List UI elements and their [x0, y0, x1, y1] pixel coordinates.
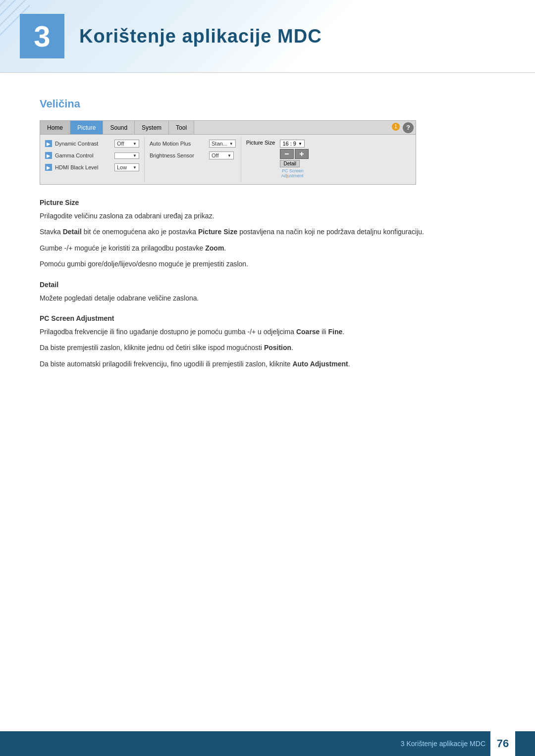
footer-text: 3 Korištenje aplikacije MDC — [401, 740, 485, 748]
dynamic-contrast-label: Dynamic Contrast — [55, 141, 114, 147]
gamma-label: Gamma Control — [55, 152, 114, 158]
para2-mid: bit će onemogućena ako je postavka — [82, 228, 198, 236]
brightness-label: Brightness Sensor — [150, 152, 209, 158]
para6-prefix: Prilagodba frekvencije ili fino ugađanje… — [40, 328, 296, 336]
zoom-plus-btn[interactable] — [295, 149, 309, 159]
para-4: Pomoću gumbi gore/dolje/lijevo/desno mog… — [40, 258, 495, 269]
hdmi-value[interactable]: Low ▼ — [114, 163, 139, 171]
para-5: Možete pogledati detalje odabrane veliči… — [40, 293, 495, 303]
badge-1: 1 — [392, 123, 400, 131]
mockup-col-left: ▶ Dynamic Contrast Off ▼ ▶ Gamma Control… — [40, 137, 144, 182]
mockup-col-right: Picture Size 16 : 9 ▼ — [241, 137, 314, 182]
auto-motion-value[interactable]: Stan... ▼ — [209, 140, 236, 148]
page-footer: 3 Korištenje aplikacije MDC 76 — [0, 731, 535, 756]
tab-system[interactable]: System — [135, 121, 169, 134]
mockup-col-mid: Auto Motion Plus Stan... ▼ Brightness Se… — [144, 137, 241, 182]
para7-suffix: . — [291, 344, 293, 352]
para-2: Stavka Detail bit će onemogućena ako je … — [40, 226, 495, 237]
brightness-value[interactable]: Off ▼ — [209, 151, 234, 159]
para7-prefix: Da biste premjestili zaslon, kliknite je… — [40, 344, 264, 352]
para3-bold: Zoom — [205, 244, 224, 252]
zoom-minus-btn[interactable] — [280, 149, 294, 159]
row-arrow-1[interactable]: ▶ — [45, 140, 52, 147]
chapter-header: 3 Korištenje aplikacije MDC — [0, 0, 535, 73]
auto-motion-label: Auto Motion Plus — [150, 141, 209, 147]
mockup-body: ▶ Dynamic Contrast Off ▼ ▶ Gamma Control… — [40, 135, 416, 184]
chapter-title: Korištenje aplikacije MDC — [79, 26, 322, 47]
decorative-lines — [0, 0, 30, 72]
para8-bold: Auto Adjustment — [292, 360, 348, 368]
para2-suffix: postavljena na način koji ne podržava de… — [237, 228, 424, 236]
picture-size-value[interactable]: 16 : 9 ▼ — [280, 140, 304, 148]
help-icon[interactable]: ? — [403, 122, 414, 133]
pc-screen-label: PC Screen Adjustment — [280, 167, 304, 179]
page-number: 76 — [490, 731, 515, 756]
para7-bold: Position — [264, 344, 291, 352]
para6-mid: ili — [320, 328, 328, 336]
para6-suffix: . — [342, 328, 344, 336]
detail-button[interactable]: Detail — [280, 160, 300, 167]
mockup-row-auto-motion: Auto Motion Plus Stan... ▼ — [148, 138, 238, 150]
row-arrow-2[interactable]: ▶ — [45, 152, 52, 159]
para-7: Da biste premjestili zaslon, kliknite je… — [40, 342, 495, 353]
subheading-detail: Detail — [40, 281, 495, 289]
para8-prefix: Da biste automatski prilagodili frekvenc… — [40, 360, 292, 368]
para-1: Prilagodite veličinu zaslona za odabrani… — [40, 210, 495, 221]
mockup-row-dynamic-contrast: ▶ Dynamic Contrast Off ▼ — [43, 138, 141, 150]
gamma-value[interactable]: ▼ — [114, 152, 139, 159]
subheading-pc-screen: PC Screen Adjustment — [40, 314, 495, 322]
mockup-row-gamma: ▶ Gamma Control ▼ — [43, 150, 141, 161]
ui-mockup: Home Picture Sound System Tool 1 ? ▶ Dyn… — [40, 120, 416, 185]
para6-bold2: Fine — [328, 328, 343, 336]
mockup-row-hdmi: ▶ HDMI Black Level Low ▼ — [43, 161, 141, 173]
mockup-row-empty — [148, 161, 238, 173]
hdmi-label: HDMI Black Level — [55, 164, 114, 170]
tab-picture[interactable]: Picture — [70, 121, 103, 134]
mockup-navbar: Home Picture Sound System Tool 1 ? — [40, 121, 416, 135]
tab-tool[interactable]: Tool — [169, 121, 194, 134]
section-title: Veličina — [40, 98, 495, 110]
row-arrow-3[interactable]: ▶ — [45, 164, 52, 171]
para6-bold1: Coarse — [296, 328, 320, 336]
picture-size-area: Picture Size 16 : 9 ▼ — [244, 138, 311, 181]
tab-home[interactable]: Home — [40, 121, 70, 134]
picture-size-label: Picture Size — [246, 140, 275, 146]
para3-suffix: . — [224, 244, 226, 252]
para2-prefix: Stavka — [40, 228, 63, 236]
para-8: Da biste automatski prilagodili frekvenc… — [40, 358, 495, 369]
para2-bold2: Picture Size — [198, 228, 237, 236]
subheading-picture-size: Picture Size — [40, 199, 495, 206]
main-content: Veličina Home Picture Sound System Tool … — [0, 73, 535, 414]
dynamic-contrast-value[interactable]: Off ▼ — [114, 140, 139, 148]
mockup-row-brightness: Brightness Sensor Off ▼ — [148, 150, 238, 161]
para3-prefix: Gumbe -/+ moguće je koristiti za prilago… — [40, 244, 205, 252]
para-6: Prilagodba frekvencije ili fino ugađanje… — [40, 326, 495, 337]
tab-sound[interactable]: Sound — [103, 121, 135, 134]
para-3: Gumbe -/+ moguće je koristiti za prilago… — [40, 243, 495, 253]
para2-bold1: Detail — [63, 228, 82, 236]
para8-suffix: . — [348, 360, 350, 368]
